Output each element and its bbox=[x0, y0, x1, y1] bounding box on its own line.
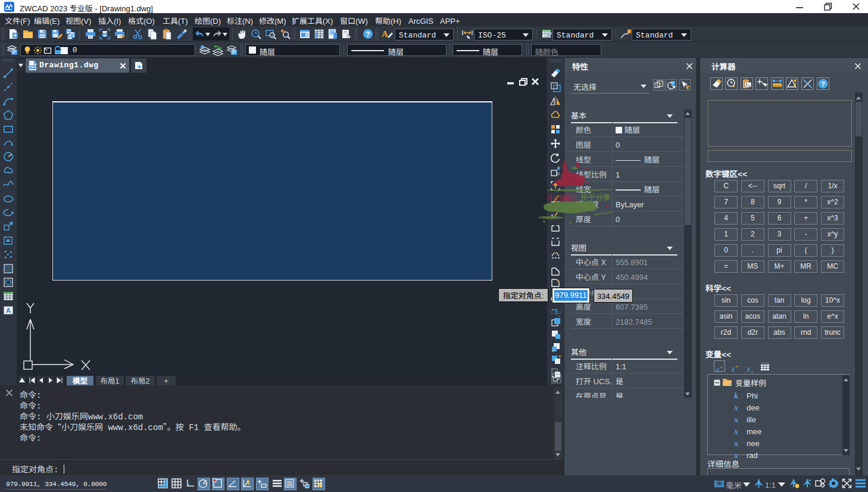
svg-text:?: ? bbox=[821, 80, 825, 88]
svg-text:A: A bbox=[382, 29, 388, 39]
svg-text:DWG: DWG bbox=[29, 66, 36, 69]
svg-text:A: A bbox=[6, 307, 11, 314]
svg-text:小刀娱乐: 小刀娱乐 bbox=[547, 192, 577, 203]
svg-text:0.0: 0.0 bbox=[716, 481, 722, 485]
svg-text:?: ? bbox=[366, 30, 370, 39]
svg-text:x: x bbox=[728, 381, 731, 387]
svg-text:乐于分享: 乐于分享 bbox=[580, 191, 611, 203]
